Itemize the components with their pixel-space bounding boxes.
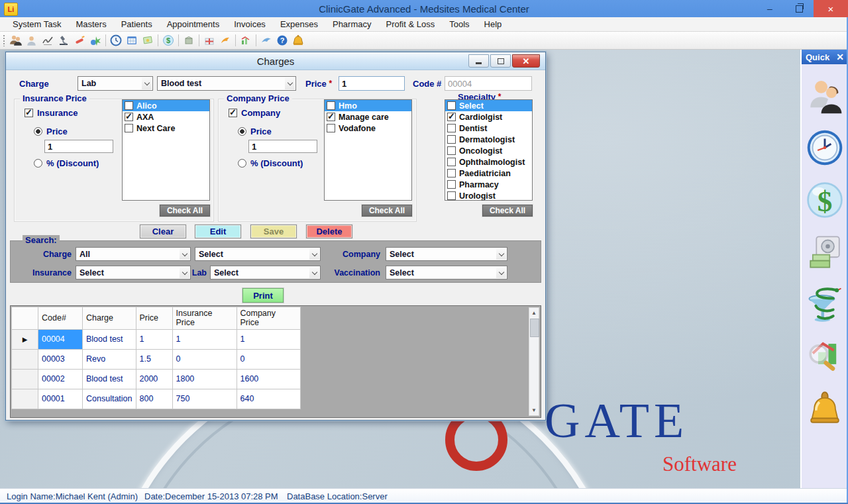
- checkbox-icon[interactable]: [447, 124, 456, 132]
- edit-button[interactable]: Edit: [195, 225, 241, 238]
- grid-cell[interactable]: 800: [136, 389, 172, 409]
- toolbar-dollar-globe-icon[interactable]: $: [160, 32, 176, 48]
- print-button[interactable]: Print: [242, 288, 284, 303]
- company-checkbox[interactable]: Company: [229, 108, 280, 118]
- insurance-listbox[interactable]: AlicoAXANext Care: [122, 99, 210, 201]
- checkbox-icon[interactable]: [125, 124, 133, 132]
- checkbox-icon[interactable]: [447, 158, 456, 166]
- charge-item-combobox[interactable]: Blood test: [157, 76, 296, 91]
- scroll-up-icon[interactable]: ▲: [529, 308, 539, 318]
- row-selector-cell[interactable]: ▶: [12, 329, 38, 349]
- grid-column-header[interactable]: Price: [136, 307, 172, 330]
- checkbox-icon[interactable]: [447, 180, 456, 189]
- search-charge-item-combobox[interactable]: Select: [195, 247, 321, 261]
- insurance-price-radio[interactable]: Price: [34, 126, 68, 136]
- specialty-listbox[interactable]: SelectCardiolgistDentistDermatologistOnc…: [445, 99, 533, 201]
- company-check-all-button[interactable]: Check All: [362, 205, 412, 217]
- toolbar-lab-kit-icon[interactable]: [87, 32, 103, 48]
- menu-item-invoices[interactable]: Invoices: [227, 17, 273, 32]
- specialty-item-paediatrician[interactable]: Paediatrician: [445, 168, 532, 179]
- specialty-item-dermatologist[interactable]: Dermatologist: [445, 134, 532, 145]
- checkbox-icon[interactable]: [125, 113, 133, 121]
- grid-cell[interactable]: 750: [172, 389, 237, 409]
- checkbox-icon[interactable]: [327, 101, 335, 110]
- toolbar-patient-icon[interactable]: [24, 32, 40, 48]
- restore-button[interactable]: [784, 0, 814, 17]
- specialty-item-ophthalmologist[interactable]: Ophthalmologist: [445, 156, 532, 168]
- minimize-button[interactable]: –: [755, 0, 784, 17]
- search-charge-combobox[interactable]: All: [76, 247, 191, 261]
- toolbar-parcel-icon[interactable]: [181, 32, 197, 48]
- grid-cell[interactable]: Blood test: [83, 329, 136, 349]
- grid-column-header[interactable]: [12, 307, 38, 330]
- company-price-input[interactable]: [248, 140, 317, 153]
- toolbar-orange-swoosh-icon[interactable]: [217, 32, 233, 48]
- checkbox-icon[interactable]: [125, 101, 133, 110]
- row-selector-cell[interactable]: [12, 369, 38, 389]
- quick-expenses-icon[interactable]: [806, 232, 844, 273]
- grid-cell[interactable]: 1: [136, 329, 172, 349]
- menu-item-system-task[interactable]: System Task: [5, 17, 68, 32]
- grid-cell[interactable]: 00002: [38, 369, 83, 389]
- specialty-item-dentist[interactable]: Dentist: [445, 123, 532, 134]
- checkbox-icon[interactable]: [447, 113, 456, 121]
- insurance-item-alico[interactable]: Alico: [123, 100, 209, 111]
- close-button[interactable]: ×: [814, 0, 848, 17]
- quick-reports-icon[interactable]: [806, 336, 844, 378]
- company-discount-radio[interactable]: % (Discount): [238, 158, 303, 168]
- table-row[interactable]: 00002Blood test200018001600: [12, 369, 301, 389]
- checkbox-icon[interactable]: [229, 109, 237, 117]
- radio-icon[interactable]: [238, 159, 246, 168]
- grid-cell[interactable]: 00001: [38, 389, 83, 409]
- quick-charges-icon[interactable]: $: [806, 179, 844, 221]
- radio-icon[interactable]: [34, 159, 42, 168]
- specialty-item-oncologist[interactable]: Oncologist: [445, 145, 532, 156]
- quick-reminder-icon[interactable]: [806, 389, 844, 430]
- menu-item-profit-loss[interactable]: Profit & Loss: [379, 17, 443, 32]
- toolbar-patients-pair-icon[interactable]: [8, 32, 24, 48]
- insurance-item-next-care[interactable]: Next Care: [123, 123, 209, 134]
- checkbox-icon[interactable]: [447, 135, 456, 144]
- search-insurance-combobox[interactable]: Select: [76, 266, 191, 279]
- quick-patients-icon[interactable]: [806, 75, 844, 116]
- insurance-check-all-button[interactable]: Check All: [160, 205, 210, 217]
- company-item-hmo[interactable]: Hmo: [325, 100, 411, 111]
- toolbar-blue-swoosh-icon[interactable]: [258, 32, 274, 48]
- insurance-price-input[interactable]: [44, 140, 113, 153]
- radio-icon[interactable]: [238, 127, 246, 136]
- insurance-item-axa[interactable]: AXA: [123, 111, 209, 123]
- table-row[interactable]: 00003Revo1.500: [12, 349, 301, 369]
- specialty-item-pharmacy[interactable]: Pharmacy: [445, 179, 532, 190]
- quick-panel-close-icon[interactable]: ✕: [836, 52, 844, 62]
- company-item-vodafone[interactable]: Vodafone: [325, 123, 411, 134]
- grid-column-header[interactable]: Insurance Price: [172, 307, 237, 330]
- menu-item-expenses[interactable]: Expenses: [273, 17, 325, 32]
- insurance-checkbox[interactable]: Insurance: [25, 108, 78, 118]
- checkbox-icon[interactable]: [25, 109, 33, 117]
- grid-cell[interactable]: 00004: [38, 329, 83, 349]
- grid-cell[interactable]: 00003: [38, 349, 83, 369]
- scroll-down-icon[interactable]: ▼: [529, 405, 539, 415]
- grid-cell[interactable]: 1600: [237, 369, 300, 389]
- scroll-thumb[interactable]: [530, 319, 539, 337]
- checkbox-icon[interactable]: [447, 191, 456, 200]
- search-vaccination-combobox[interactable]: Select: [386, 266, 507, 279]
- toolbar-bell-gold-icon[interactable]: [290, 32, 306, 48]
- checkbox-icon[interactable]: [327, 113, 335, 121]
- grid-cell[interactable]: 640: [237, 389, 300, 409]
- clear-button[interactable]: Clear: [140, 225, 186, 238]
- toolbar-receipt-icon[interactable]: [140, 32, 156, 48]
- menu-item-masters[interactable]: Masters: [68, 17, 113, 32]
- quick-appointments-icon[interactable]: [806, 127, 844, 168]
- grid-cell[interactable]: 2000: [136, 369, 172, 389]
- checkbox-icon[interactable]: [447, 101, 456, 110]
- menu-item-help[interactable]: Help: [477, 17, 509, 32]
- toolbar-gift-icon[interactable]: [201, 32, 217, 48]
- charge-type-combobox[interactable]: Lab: [78, 76, 153, 91]
- toolbar-calendar-payment-icon[interactable]: [124, 32, 140, 48]
- delete-button[interactable]: Delete: [306, 225, 352, 238]
- toolbar-clock-icon[interactable]: [108, 32, 124, 48]
- grid-cell[interactable]: Consultation: [83, 389, 136, 409]
- row-selector-cell[interactable]: [12, 349, 38, 369]
- specialty-check-all-button[interactable]: Check All: [482, 205, 533, 217]
